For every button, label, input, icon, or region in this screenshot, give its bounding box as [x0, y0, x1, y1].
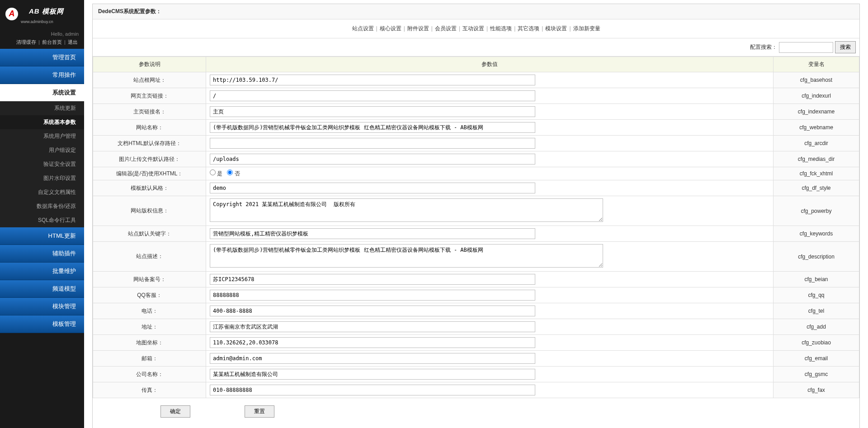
link-frontend[interactable]: 前台首页	[42, 39, 62, 45]
nav-item[interactable]: 系统设置	[0, 84, 84, 101]
search-button[interactable]: 搜索	[835, 41, 856, 53]
param-textarea[interactable]	[210, 198, 603, 222]
param-input[interactable]	[210, 369, 535, 380]
nav-item[interactable]: 模板管理	[0, 315, 84, 333]
nav-item[interactable]: 辅助插件	[0, 245, 84, 263]
nav-list: 管理首页常用操作系统设置系统更新系统基本参数系统用户管理用户组设定验证安全设置图…	[0, 49, 84, 333]
nav-item[interactable]: 批量维护	[0, 263, 84, 280]
param-input[interactable]	[210, 290, 535, 301]
config-row: 主页链接名：cfg_indexname	[93, 104, 859, 120]
param-desc: 公司名称：	[93, 367, 206, 382]
config-table: 参数说明 参数值 变量名 站点根网址：cfg_basehost网页主页链接：cf…	[93, 56, 859, 398]
config-tab[interactable]: 其它选项	[517, 25, 540, 32]
param-input[interactable]	[210, 306, 535, 316]
nav-item[interactable]: HTML更新	[0, 227, 84, 245]
tab-separator: |	[486, 25, 488, 32]
config-tab[interactable]: 核心设置	[379, 25, 402, 32]
tab-separator: |	[459, 25, 460, 32]
link-logout[interactable]: 退出	[68, 39, 78, 45]
param-input[interactable]	[210, 337, 535, 348]
param-value-cell	[206, 335, 774, 351]
param-desc: 邮箱：	[93, 351, 206, 367]
main-area: DedeCMS系统配置参数： 站点设置|核心设置|附件设置|会员设置|互动设置|…	[84, 0, 868, 428]
nav-item[interactable]: 常用操作	[0, 66, 84, 84]
radio-no[interactable]	[227, 169, 233, 175]
config-row: 公司名称：cfg_gsmc	[93, 367, 859, 382]
logo-subtitle: www.adminbuy.cn	[21, 19, 72, 24]
param-value-cell	[206, 196, 774, 226]
param-input[interactable]	[210, 154, 535, 165]
link-clear-cache[interactable]: 清理缓存	[16, 39, 36, 45]
config-row: 网站备案号：cfg_beian	[93, 272, 859, 287]
nav-item[interactable]: 用户组设定	[0, 143, 84, 157]
param-input[interactable]	[210, 106, 535, 117]
param-value-cell	[206, 351, 774, 367]
param-var: cfg_arcdir	[774, 136, 859, 151]
config-row: 模板默认风格：cfg_df_style	[93, 180, 859, 196]
param-var: cfg_basehost	[774, 72, 859, 88]
th-desc: 参数说明	[93, 57, 206, 72]
config-tab[interactable]: 模块设置	[544, 25, 568, 32]
config-tab[interactable]: 添加新变量	[572, 25, 601, 32]
param-value-cell	[206, 72, 774, 88]
nav-item[interactable]: 系统更新	[0, 101, 84, 115]
config-tab[interactable]: 性能选项	[489, 25, 513, 32]
param-desc: 网站名称：	[93, 120, 206, 136]
param-var: cfg_indexurl	[774, 88, 859, 104]
nav-item[interactable]: 系统基本参数	[0, 115, 84, 129]
ok-button[interactable]: 确定	[160, 405, 190, 418]
nav-item[interactable]: 频道模型	[0, 280, 84, 298]
nav-item[interactable]: 图片水印设置	[0, 171, 84, 185]
param-input[interactable]	[210, 138, 535, 149]
config-search-row: 配置搜索： 搜索	[93, 38, 859, 56]
logo-badge-icon: A	[5, 8, 18, 20]
radio-yes[interactable]	[210, 169, 216, 175]
param-var: cfg_add	[774, 319, 859, 335]
param-value-cell	[206, 88, 774, 104]
param-input[interactable]	[210, 353, 535, 364]
config-tab[interactable]: 站点设置	[351, 25, 375, 32]
config-tab[interactable]: 附件设置	[406, 25, 430, 32]
param-input[interactable]	[210, 122, 535, 133]
nav-item[interactable]: 自定义文档属性	[0, 185, 84, 199]
nav-item[interactable]: 数据库备份/还原	[0, 199, 84, 213]
param-input[interactable]	[210, 183, 535, 193]
nav-item[interactable]: 管理首页	[0, 49, 84, 66]
nav-item[interactable]: 模块管理	[0, 298, 84, 315]
param-value-cell	[206, 151, 774, 167]
user-greeting: Hello, admin	[5, 30, 79, 38]
nav-item[interactable]: 验证安全设置	[0, 157, 84, 171]
param-var: cfg_fck_xhtml	[774, 167, 859, 180]
tab-separator: |	[431, 25, 433, 32]
action-bar: 确定 重置	[93, 398, 859, 428]
param-input[interactable]	[210, 228, 535, 239]
param-textarea[interactable]	[210, 244, 603, 268]
nav-item[interactable]: SQL命令行工具	[0, 213, 84, 227]
param-value-cell	[206, 367, 774, 382]
config-row: 地图坐标：cfg_zuobiao	[93, 335, 859, 351]
reset-button[interactable]: 重置	[245, 405, 274, 418]
param-desc: 地址：	[93, 319, 206, 335]
param-input[interactable]	[210, 321, 535, 332]
tab-separator: |	[514, 25, 515, 32]
config-row: 网站版权信息：cfg_powerby	[93, 196, 859, 226]
nav-item[interactable]: 系统用户管理	[0, 129, 84, 143]
param-input[interactable]	[210, 90, 535, 101]
panel-title: DedeCMS系统配置参数：	[93, 4, 859, 19]
config-tab[interactable]: 会员设置	[434, 25, 458, 32]
param-input[interactable]	[210, 274, 535, 285]
param-input[interactable]	[210, 75, 535, 85]
param-value-cell	[206, 104, 774, 120]
param-input[interactable]	[210, 385, 535, 395]
tab-separator: |	[569, 25, 571, 32]
search-input[interactable]	[779, 42, 833, 53]
config-tab[interactable]: 互动设置	[462, 25, 485, 32]
config-row: 电话：cfg_tel	[93, 303, 859, 319]
config-panel: DedeCMS系统配置参数： 站点设置|核心设置|附件设置|会员设置|互动设置|…	[92, 4, 860, 428]
param-desc: 站点描述：	[93, 242, 206, 272]
param-desc: 地图坐标：	[93, 335, 206, 351]
param-desc: 模板默认风格：	[93, 180, 206, 196]
param-value-cell	[206, 242, 774, 272]
config-row: 图片/上传文件默认路径：cfg_medias_dir	[93, 151, 859, 167]
param-var: cfg_beian	[774, 272, 859, 287]
